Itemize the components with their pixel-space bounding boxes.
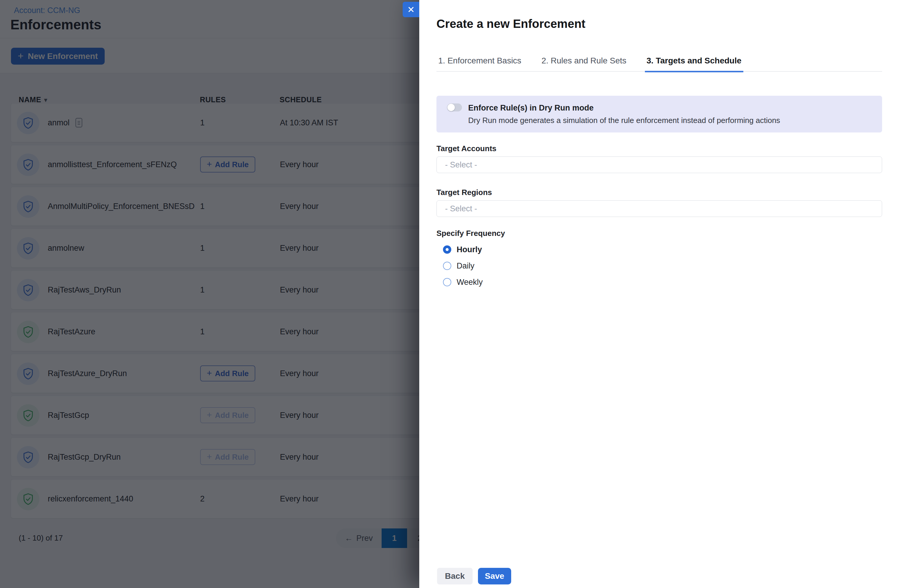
target-accounts-placeholder: - Select - bbox=[445, 161, 477, 170]
save-button[interactable]: Save bbox=[478, 568, 511, 585]
back-button[interactable]: Back bbox=[437, 568, 473, 585]
specify-frequency-label: Specify Frequency bbox=[436, 229, 505, 238]
radio-label: Hourly bbox=[457, 245, 482, 254]
frequency-option-hourly[interactable]: Hourly bbox=[443, 243, 482, 256]
dry-run-title: Enforce Rule(s) in Dry Run mode bbox=[468, 103, 593, 113]
target-accounts-label: Target Accounts bbox=[436, 144, 496, 153]
create-enforcement-drawer: ✕ Create a new Enforcement 1. Enforcemen… bbox=[419, 0, 899, 588]
radio-label: Weekly bbox=[457, 278, 483, 287]
target-regions-label: Target Regions bbox=[436, 188, 492, 197]
tab-enforcement-basics[interactable]: 1. Enforcement Basics bbox=[436, 56, 523, 72]
close-icon: ✕ bbox=[407, 5, 414, 15]
radio-icon bbox=[443, 262, 451, 270]
radio-icon bbox=[443, 278, 451, 286]
radio-label: Daily bbox=[457, 261, 474, 271]
dry-run-banner: Enforce Rule(s) in Dry Run mode Dry Run … bbox=[436, 96, 882, 133]
target-regions-placeholder: - Select - bbox=[445, 204, 477, 213]
dry-run-description: Dry Run mode generates a simulation of t… bbox=[468, 116, 780, 125]
frequency-option-daily[interactable]: Daily bbox=[443, 259, 474, 272]
frequency-option-weekly[interactable]: Weekly bbox=[443, 276, 483, 289]
radio-icon bbox=[443, 245, 451, 254]
drawer-title: Create a new Enforcement bbox=[436, 17, 585, 31]
dry-run-toggle[interactable] bbox=[447, 103, 462, 111]
target-regions-select[interactable]: - Select - bbox=[436, 201, 882, 217]
drawer-tabs: 1. Enforcement Basics2. Rules and Rule S… bbox=[436, 52, 882, 72]
close-button[interactable]: ✕ bbox=[403, 2, 419, 17]
target-accounts-select[interactable]: - Select - bbox=[436, 156, 882, 173]
tab-targets-and-schedule[interactable]: 3. Targets and Schedule bbox=[645, 56, 743, 72]
toggle-knob bbox=[448, 104, 455, 111]
tab-rules-and-rule-sets[interactable]: 2. Rules and Rule Sets bbox=[540, 56, 628, 72]
